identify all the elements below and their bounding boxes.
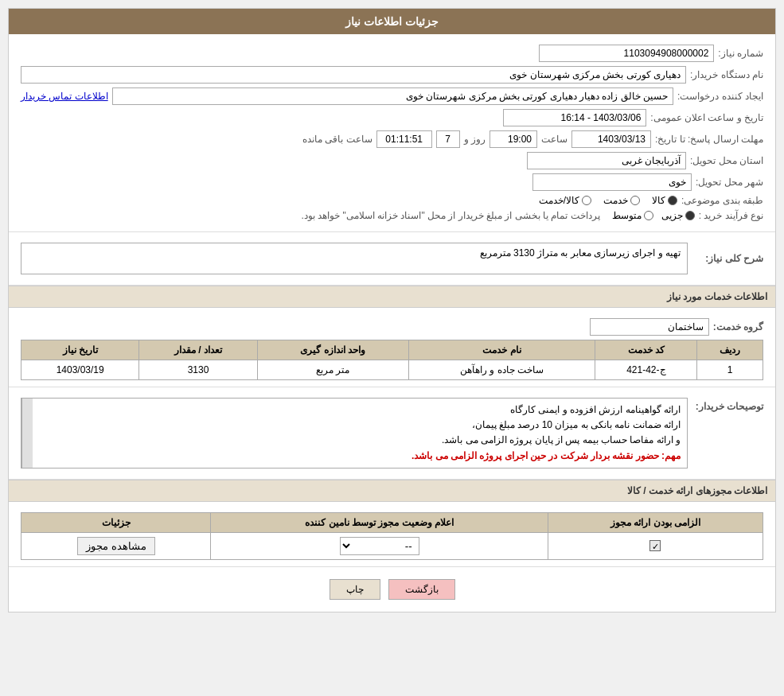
col-unit: واحد اندازه گیری	[257, 340, 408, 360]
note-line: و ارائه مفاصا حساب بیمه پس از پایان پروژ…	[36, 433, 681, 448]
col-status: اعلام وضعیت مجوز توسط نامین کننده	[211, 512, 548, 532]
creator-link[interactable]: اطلاعات تماس خریدار	[21, 91, 108, 102]
org-name-label: نام دستگاه خریدار:	[690, 69, 763, 80]
license-section-title: اطلاعات مجوزهای ارائه خدمت / کالا	[9, 480, 775, 502]
category-radio-both	[582, 196, 591, 205]
category-option-kala[interactable]: کالا	[652, 195, 677, 206]
cell-unit: متر مربع	[257, 360, 408, 380]
note-line: ارائه گواهینامه ارزش افزوده و ایمنی کارگ…	[36, 402, 681, 418]
header-title: جزئیات اطلاعات نیاز	[345, 15, 439, 28]
col-service-code: کد خدمت	[595, 340, 697, 360]
need-number-value: 1103094908000002	[539, 45, 714, 62]
license-table: الزامی بودن ارائه مجوز اعلام وضعیت مجوز …	[21, 512, 763, 560]
city-value: خوی	[532, 173, 692, 191]
services-table: ردیف کد خدمت نام خدمت واحد اندازه گیری ت…	[21, 340, 763, 380]
process-label-motavasset: متوسط	[612, 210, 642, 221]
province-label: استان محل تحویل:	[690, 155, 763, 166]
category-label: طبقه بندی موضوعی:	[681, 195, 763, 206]
list-item: -- مشاهده مجوز	[21, 532, 763, 559]
cell-mandatory	[548, 532, 763, 559]
mandatory-checkbox	[649, 540, 661, 551]
col-qty: تعداد / مقدار	[139, 340, 257, 360]
description-value: تهیه و اجرای زیرسازی معابر به متراژ 3130…	[21, 243, 688, 274]
cell-details: مشاهده مجوز	[21, 532, 211, 559]
col-row-num: ردیف	[697, 340, 763, 360]
deadline-remaining-label: ساعت باقی مانده	[302, 134, 372, 145]
buyer-notes-row: توصیحات خریدار: ارائه گواهینامه ارزش افز…	[21, 398, 763, 469]
deadline-date: 1403/03/13	[571, 130, 651, 148]
city-label: شهر محل تحویل:	[696, 177, 763, 188]
col-date: تاریخ نیاز	[21, 340, 139, 360]
deadline-time: 19:00	[490, 130, 537, 148]
category-radio-kala	[668, 196, 677, 205]
services-info-section: گروه خدمت: ساختمان ردیف کد خدمت نام خدمت…	[9, 308, 775, 387]
org-name-value: دهیاری کورتی بخش مرکزی شهرستان خوی	[21, 66, 686, 84]
cell-date: 1403/03/19	[21, 360, 139, 380]
back-button[interactable]: بازگشت	[388, 579, 455, 600]
category-option-both[interactable]: کالا/خدمت	[539, 195, 591, 206]
main-container: جزئیات اطلاعات نیاز شماره نیاز: 11030949…	[8, 8, 776, 612]
description-title: شرح کلی نیاز:	[692, 253, 763, 264]
scrollbar[interactable]	[21, 399, 33, 468]
category-row: طبقه بندی موضوعی: کالا خدمت کالا/خدمت	[21, 195, 763, 206]
cell-service-code: ج-42-421	[595, 360, 697, 380]
deadline-label: مهلت ارسال پاسخ: تا تاریخ:	[655, 134, 763, 145]
category-radio-group: کالا خدمت کالا/خدمت	[539, 195, 677, 206]
table-row: 1 ج-42-421 ساخت جاده و راهآهن متر مربع 3…	[21, 360, 763, 380]
process-radio-motavasset	[644, 211, 653, 220]
announce-date-row: تاریخ و ساعت اعلان عمومی: 1403/03/06 - 1…	[21, 109, 763, 126]
view-license-button[interactable]: مشاهده مجوز	[77, 537, 155, 555]
services-section-title: اطلاعات خدمات مورد نیاز	[9, 286, 775, 308]
cell-status: --	[211, 532, 548, 559]
print-button[interactable]: چاپ	[330, 579, 380, 600]
col-details: جزئیات	[21, 512, 211, 532]
status-select[interactable]: --	[340, 537, 419, 555]
service-group-label: گروه خدمت:	[713, 321, 763, 332]
creator-row: ایجاد کننده درخواست: حسین خالق زاده دهیا…	[21, 87, 763, 105]
deadline-row: مهلت ارسال پاسخ: تا تاریخ: 1403/03/13 سا…	[21, 130, 763, 148]
buyer-notes-lines: ارائه گواهینامه ارزش افزوده و ایمنی کارگ…	[36, 402, 681, 464]
process-row: نوع فرآیند خرید : جزیی متوسط پرداخت تمام…	[21, 210, 763, 221]
buyer-notes-title: توصیحات خریدار:	[692, 398, 763, 412]
creator-label: ایجاد کننده درخواست:	[677, 91, 763, 102]
process-option-jozi[interactable]: جزیی	[661, 210, 695, 221]
general-info-section: شماره نیاز: 1103094908000002 نام دستگاه …	[9, 34, 775, 232]
announce-date-value: 1403/03/06 - 16:14	[503, 109, 646, 126]
service-group-row: گروه خدمت: ساختمان	[21, 318, 763, 336]
service-group-value: ساختمان	[590, 318, 709, 336]
need-number-label: شماره نیاز:	[718, 48, 763, 59]
process-label: نوع فرآیند خرید :	[699, 210, 763, 221]
description-section: شرح کلی نیاز: تهیه و اجرای زیرسازی معابر…	[9, 232, 775, 286]
page-wrapper: جزئیات اطلاعات نیاز شماره نیاز: 11030949…	[0, 0, 784, 696]
col-service-name: نام خدمت	[408, 340, 595, 360]
creator-value: حسین خالق زاده دهیار دهیاری کورتی بخش مر…	[112, 87, 673, 105]
buyer-notes-section: توصیحات خریدار: ارائه گواهینامه ارزش افز…	[9, 387, 775, 480]
org-name-row: نام دستگاه خریدار: دهیاری کورتی بخش مرکز…	[21, 66, 763, 84]
announce-date-label: تاریخ و ساعت اعلان عمومی:	[650, 112, 763, 123]
cell-service-name: ساخت جاده و راهآهن	[408, 360, 595, 380]
note-line: ارائه ضمانت نامه بانکی به میزان 10 درصد …	[36, 418, 681, 433]
cell-row-num: 1	[697, 360, 763, 380]
category-label-khedmat: خدمت	[603, 195, 628, 206]
category-radio-khedmat	[630, 196, 640, 205]
bottom-buttons: بازگشت چاپ	[9, 567, 775, 612]
buyer-notes-content: ارائه گواهینامه ارزش افزوده و ایمنی کارگ…	[21, 398, 688, 469]
deadline-remaining: 01:11:51	[376, 130, 432, 148]
process-label-jozi: جزیی	[661, 210, 683, 221]
category-label-both: کالا/خدمت	[539, 195, 579, 206]
process-radio-group: جزیی متوسط	[612, 210, 695, 221]
deadline-time-label: ساعت	[541, 134, 568, 145]
col-mandatory: الزامی بودن ارائه مجوز	[548, 512, 763, 532]
deadline-days: 7	[436, 130, 460, 148]
note-line: مهم: حضور نقشه بردار شرکت در حین اجرای پ…	[36, 449, 681, 464]
cell-qty: 3130	[139, 360, 257, 380]
category-label-kala: کالا	[652, 195, 665, 206]
city-row: شهر محل تحویل: خوی	[21, 173, 763, 191]
process-note: پرداخت تمام یا بخشی از مبلغ خریدار از مح…	[301, 210, 599, 221]
process-option-motavasset[interactable]: متوسط	[612, 210, 653, 221]
need-number-row: شماره نیاز: 1103094908000002	[21, 45, 763, 62]
province-row: استان محل تحویل: آذربایجان غربی	[21, 152, 763, 169]
page-header: جزئیات اطلاعات نیاز	[9, 9, 775, 34]
province-value: آذربایجان غربی	[527, 152, 686, 169]
category-option-khedmat[interactable]: خدمت	[603, 195, 640, 206]
